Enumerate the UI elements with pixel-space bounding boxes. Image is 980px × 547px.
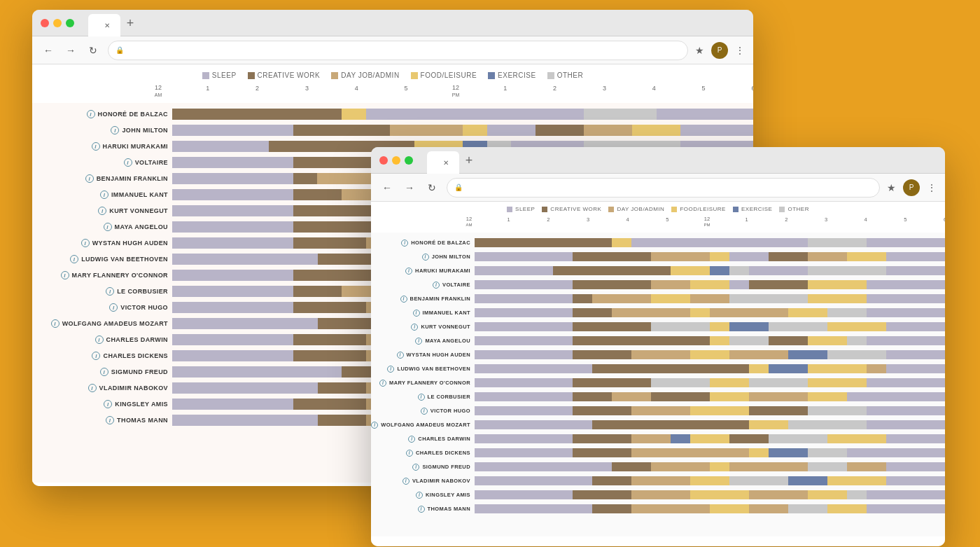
info-icon[interactable]: i xyxy=(412,464,419,471)
tab-close-back[interactable]: ✕ xyxy=(102,20,112,30)
info-icon[interactable]: i xyxy=(92,352,100,360)
info-icon[interactable]: i xyxy=(109,303,118,312)
info-icon[interactable]: i xyxy=(371,422,378,429)
info-icon[interactable]: i xyxy=(70,255,78,263)
info-icon[interactable]: i xyxy=(387,366,394,373)
info-icon[interactable]: i xyxy=(104,400,112,408)
info-icon[interactable]: i xyxy=(433,282,440,289)
more-button-front[interactable]: ⋮ xyxy=(927,182,937,193)
info-icon[interactable]: i xyxy=(418,506,425,513)
tab-close-front[interactable]: ✕ xyxy=(441,158,451,167)
info-icon[interactable]: i xyxy=(379,380,386,387)
chart-front: iHONORÉ DE BALZACiJOHN MILTONiHARUKI MUR… xyxy=(371,233,945,536)
info-icon[interactable]: i xyxy=(422,254,429,261)
close-button-back[interactable] xyxy=(41,19,49,27)
close-button-front[interactable] xyxy=(379,156,388,165)
legend-food-front: FOOD/LEISURE xyxy=(671,206,726,212)
bar-segment xyxy=(172,350,293,361)
bar-segment xyxy=(729,462,808,471)
bar-segment xyxy=(867,364,886,373)
time-5pm-back: 5 xyxy=(702,85,706,92)
bar-segment xyxy=(172,109,197,120)
info-icon[interactable]: i xyxy=(106,287,114,296)
traffic-lights-back xyxy=(41,19,74,27)
info-icon[interactable]: i xyxy=(411,324,418,331)
bar-segment xyxy=(867,280,945,289)
time-12pm-back: 12PM xyxy=(452,85,460,99)
person-row: iIMMANUEL KANT xyxy=(371,306,945,319)
bar-segment xyxy=(886,476,945,485)
person-row: iMAYA ANGELOU xyxy=(371,334,945,347)
bar-segment xyxy=(475,434,573,443)
person-label: iVLADIMIR NABOKOV xyxy=(32,384,172,392)
info-icon[interactable]: i xyxy=(416,492,423,499)
more-button-back[interactable]: ⋮ xyxy=(735,45,745,56)
url-bar-front[interactable]: 🔒 xyxy=(447,178,880,198)
info-icon[interactable]: i xyxy=(98,207,106,215)
info-icon[interactable]: i xyxy=(421,408,428,415)
info-icon[interactable]: i xyxy=(95,335,104,344)
info-icon[interactable]: i xyxy=(92,142,100,151)
person-row: iKINGSLEY AMIS xyxy=(371,488,945,501)
info-icon[interactable]: i xyxy=(81,239,90,247)
back-nav-front[interactable]: ← xyxy=(379,180,395,195)
bookmark-button-back[interactable]: ★ xyxy=(695,45,704,56)
info-icon[interactable]: i xyxy=(418,394,425,401)
maximize-button-front[interactable] xyxy=(405,156,413,165)
info-icon[interactable]: i xyxy=(397,352,404,359)
profile-avatar-front[interactable]: P xyxy=(903,179,920,196)
bar-segment xyxy=(612,336,710,345)
maximize-button-back[interactable] xyxy=(66,19,74,27)
profile-avatar-back[interactable]: P xyxy=(711,42,728,59)
bar-segment xyxy=(172,125,293,136)
time-4-back: 4 xyxy=(355,85,358,92)
info-icon[interactable]: i xyxy=(100,368,108,376)
info-icon[interactable]: i xyxy=(104,223,112,231)
bar-segment xyxy=(553,266,671,275)
bar-segment xyxy=(573,336,612,345)
info-icon[interactable]: i xyxy=(406,450,413,457)
info-icon[interactable]: i xyxy=(401,240,408,247)
person-label: iLUDWIG VAN BEETHOVEN xyxy=(371,366,475,373)
dayjob-swatch-back xyxy=(331,72,338,79)
info-icon[interactable]: i xyxy=(85,174,94,183)
forward-nav-back[interactable]: → xyxy=(63,43,78,58)
bar-segment xyxy=(172,366,342,378)
bar-segment xyxy=(366,109,487,120)
url-bar-back[interactable]: 🔒 xyxy=(108,41,688,60)
bar-segment xyxy=(475,462,612,471)
info-icon[interactable]: i xyxy=(51,319,59,328)
tab-back[interactable]: ✕ xyxy=(88,14,120,36)
minimize-button-back[interactable] xyxy=(53,19,62,27)
info-icon[interactable]: i xyxy=(106,416,114,424)
reload-nav-back[interactable]: ↻ xyxy=(85,43,101,58)
info-icon[interactable]: i xyxy=(400,296,407,303)
minimize-button-front[interactable] xyxy=(392,156,400,165)
person-name: KINGSLEY AMIS xyxy=(426,492,470,498)
bar-segment xyxy=(886,266,945,275)
info-icon[interactable]: i xyxy=(87,110,95,118)
info-icon[interactable]: i xyxy=(413,310,420,317)
bars-container xyxy=(475,504,945,513)
bookmark-button-front[interactable]: ★ xyxy=(887,182,896,193)
person-name: HARUKI MURAKAMI xyxy=(415,268,470,274)
info-icon[interactable]: i xyxy=(405,268,412,275)
info-icon[interactable]: i xyxy=(88,384,97,392)
new-tab-button-front[interactable]: + xyxy=(459,151,479,170)
bar-segment xyxy=(475,308,573,317)
bar-segment xyxy=(886,462,945,471)
info-icon[interactable]: i xyxy=(100,191,108,199)
forward-nav-front[interactable]: → xyxy=(402,180,417,195)
info-icon[interactable]: i xyxy=(408,436,415,443)
time-2pm-back: 2 xyxy=(553,85,556,92)
bar-segment xyxy=(293,286,342,297)
new-tab-button-back[interactable]: + xyxy=(120,13,140,33)
info-icon[interactable]: i xyxy=(402,478,410,485)
info-icon[interactable]: i xyxy=(61,271,69,279)
info-icon[interactable]: i xyxy=(124,158,132,167)
back-nav-back[interactable]: ← xyxy=(41,43,56,58)
reload-nav-front[interactable]: ↻ xyxy=(424,180,440,195)
info-icon[interactable]: i xyxy=(415,338,422,345)
tab-front[interactable]: ✕ xyxy=(427,151,459,174)
info-icon[interactable]: i xyxy=(111,126,119,134)
